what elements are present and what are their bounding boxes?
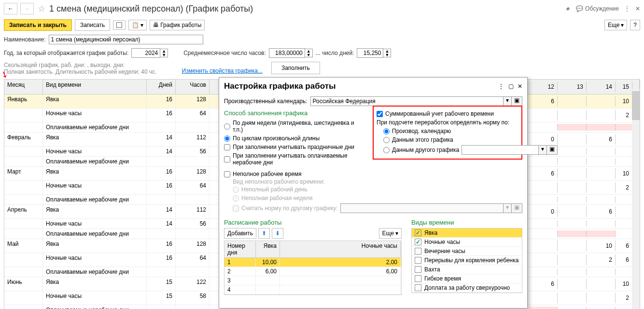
link-icon[interactable]: ⚭	[563, 4, 573, 13]
back-button[interactable]: ←	[4, 3, 17, 14]
types-title: Виды времени	[411, 217, 522, 228]
checkbox[interactable]	[415, 275, 421, 282]
save-button[interactable]: Записать	[75, 19, 110, 31]
chevron-down-icon: ▾	[140, 22, 143, 28]
settings-modal: Настройка графика работы ⋮ ▢ ✕ Производс…	[219, 77, 528, 309]
check-othernorm	[233, 205, 239, 212]
type-row[interactable]: ✓Ночные часы	[412, 238, 522, 247]
square-icon	[116, 22, 122, 28]
type-row[interactable]: Перерывы для кормления ребенка	[412, 256, 522, 265]
radio-norm-this[interactable]	[383, 137, 390, 143]
star-icon[interactable]: ☆	[37, 4, 46, 13]
name-input[interactable]	[49, 35, 203, 44]
maximize-icon[interactable]: ▢	[508, 83, 514, 90]
check-holidays[interactable]	[224, 144, 230, 150]
scrollbar[interactable]	[632, 89, 640, 309]
fill-button[interactable]: Заполнить	[271, 62, 320, 74]
checkbox[interactable]	[415, 248, 421, 255]
col-day[interactable]: 15	[616, 81, 632, 92]
radio-partweek	[233, 195, 239, 202]
othernorm-select: ▾▣	[340, 203, 522, 213]
sched-row[interactable]: 4	[224, 285, 401, 295]
radio-norm-other[interactable]	[383, 147, 390, 153]
col-days[interactable]: Дней	[147, 80, 176, 94]
save-close-button[interactable]: Записать и закрыть	[4, 19, 72, 31]
kebab-icon[interactable]: ⋮	[498, 83, 504, 90]
norm-label: При подсчете переработок определять норм…	[377, 118, 518, 127]
col-night[interactable]: Ночные часы	[280, 241, 401, 257]
close-icon[interactable]: ✕	[635, 5, 640, 12]
move-down-button[interactable]: ⬇	[272, 228, 283, 239]
other-sched-select[interactable]: ▾▣	[462, 145, 518, 155]
col-month[interactable]: Месяц	[4, 80, 43, 94]
close-icon[interactable]: ✕	[518, 83, 522, 90]
avg-spinner[interactable]: ▲▼	[269, 48, 313, 58]
copy-icon: 📋	[132, 22, 139, 28]
col-day[interactable]: 14	[587, 81, 616, 92]
check-paid-nonwork[interactable]	[224, 156, 230, 162]
types-list: ✓Явка✓Ночные часыВечерние часыПерерывы д…	[411, 228, 522, 293]
print-icon: 🖶	[153, 22, 159, 28]
col-type[interactable]: Вид времени	[43, 80, 147, 94]
checkbox[interactable]: ✓	[415, 239, 421, 245]
more-button[interactable]: Еще▾	[604, 20, 627, 30]
checkbox[interactable]: ✓	[415, 229, 421, 236]
year-label: Год, за который отображается график рабо…	[4, 50, 128, 56]
discuss-icon[interactable]: 💬Обсуждение	[576, 5, 619, 12]
sched-title: Расписание работы	[224, 217, 402, 228]
name-label: Наименование:	[4, 36, 46, 43]
sched-table: Номер дня Явка Ночные часы 110,002,0026,…	[224, 241, 402, 295]
calendar-select[interactable]: ▾ ▣	[310, 96, 522, 106]
col-daynum[interactable]: Номер дня	[224, 241, 256, 257]
highlighted-box: Суммированный учет рабочего времени При …	[373, 106, 522, 160]
col-day[interactable]: 13	[558, 81, 587, 92]
check-summed[interactable]	[377, 111, 383, 117]
type-row[interactable]: Доплата за работу сверхурочно	[412, 283, 522, 293]
radio-partday	[233, 187, 239, 193]
type-row[interactable]: Вахта	[412, 265, 522, 274]
checkbox[interactable]	[415, 257, 421, 264]
col-yavka[interactable]: Явка	[256, 241, 280, 257]
tool-btn-1[interactable]	[113, 20, 126, 30]
page-title: 1 смена (медицинский персонал) (График р…	[49, 4, 562, 14]
kebab-icon[interactable]: ⋮	[624, 5, 630, 12]
parttype-label: Вид неполного рабочего времени:	[224, 178, 522, 185]
modal-title: Настройка графика работы	[224, 81, 494, 91]
add-button[interactable]: Добавить	[224, 228, 256, 239]
more-button-2[interactable]: Еще ▾	[379, 228, 402, 239]
sched-row[interactable]: 3	[224, 276, 401, 285]
info-2: Полная занятость. Длительность рабочей н…	[4, 68, 157, 75]
open-icon[interactable]: ▣	[512, 96, 522, 106]
check-parttime[interactable]	[224, 171, 230, 177]
type-row[interactable]: Гибкое время	[412, 274, 522, 283]
type-row[interactable]: ✓Явка	[412, 228, 522, 238]
calendar-label: Производственный календарь:	[224, 98, 308, 105]
days-label: ... число дней:	[316, 50, 354, 56]
radio-norm-cal[interactable]	[383, 128, 390, 134]
col-day[interactable]: 12	[529, 81, 558, 92]
change-props-link[interactable]: Изменить свойства графика...	[182, 67, 263, 74]
col-hours[interactable]: Часов	[176, 80, 210, 94]
radio-cycles[interactable]	[224, 135, 230, 142]
checkbox[interactable]	[415, 284, 421, 291]
sched-row[interactable]: 110,002,00	[224, 258, 401, 267]
type-row[interactable]: Вечерние часы	[412, 247, 522, 256]
avg-label: Среднемесячное число часов:	[183, 50, 266, 56]
sched-row[interactable]: 26,006,00	[224, 267, 401, 276]
info-1: Скользящий график, раб. дни: , выходн. д…	[4, 62, 157, 68]
checkbox[interactable]	[415, 266, 421, 273]
forward-button[interactable]: →	[20, 3, 34, 14]
tool-btn-2[interactable]: 📋▾	[128, 20, 147, 30]
year-spinner[interactable]: ▲▼	[131, 48, 168, 58]
chevron-down-icon: ▾	[621, 22, 624, 28]
help-button[interactable]: ?	[630, 20, 640, 30]
move-up-button[interactable]: ⬆	[258, 228, 270, 239]
days-spinner[interactable]: ▲▼	[357, 48, 391, 58]
radio-weekdays[interactable]	[224, 123, 230, 130]
chevron-down-icon[interactable]: ▾	[504, 96, 512, 106]
schedule-button[interactable]: 🖶График работы	[150, 20, 205, 30]
fill-method-title: Способ заполнения графика	[224, 107, 363, 119]
